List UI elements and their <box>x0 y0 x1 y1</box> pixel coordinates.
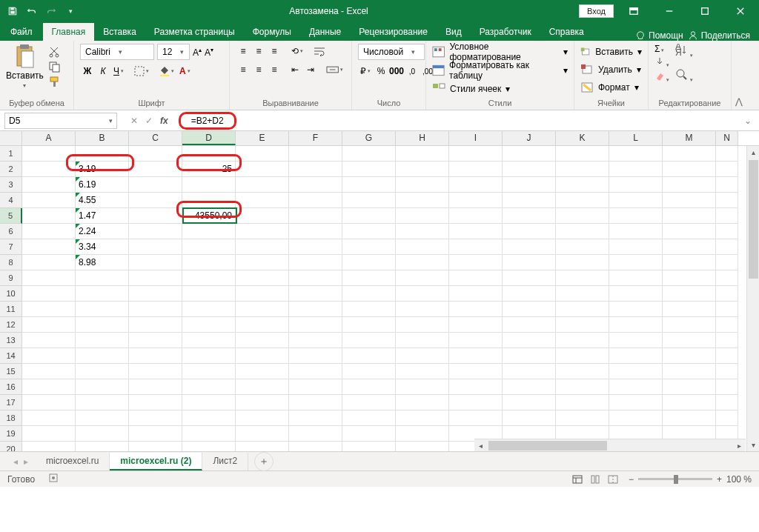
cell[interactable] <box>236 379 289 395</box>
tab-layout[interactable]: Разметка страницы <box>145 23 244 41</box>
cell[interactable] <box>449 208 503 224</box>
cell[interactable] <box>22 208 76 224</box>
cell[interactable] <box>663 333 716 348</box>
cell[interactable] <box>236 410 289 426</box>
number-format-combo[interactable]: Числовой▾ <box>358 44 425 60</box>
cell[interactable] <box>182 333 236 348</box>
cell[interactable] <box>129 395 182 410</box>
cell[interactable] <box>342 239 396 255</box>
horizontal-scrollbar[interactable]: ◂▸ <box>474 439 746 451</box>
cell[interactable] <box>716 317 738 333</box>
cell[interactable] <box>556 146 609 162</box>
cell[interactable] <box>609 239 663 255</box>
cell[interactable] <box>609 177 663 193</box>
cell[interactable] <box>289 333 342 348</box>
cancel-formula-icon[interactable]: ✕ <box>130 116 138 126</box>
cell[interactable] <box>556 208 609 224</box>
cell[interactable] <box>609 146 663 162</box>
tell-me[interactable]: Помощн <box>635 30 683 41</box>
cell[interactable] <box>716 410 738 426</box>
cell[interactable] <box>449 379 503 395</box>
cell[interactable] <box>289 317 342 333</box>
cell[interactable] <box>503 317 556 333</box>
sort-filter-icon[interactable]: AЯ▾ <box>675 44 693 59</box>
align-bottom-icon[interactable]: ≡ <box>267 44 282 59</box>
enter-formula-icon[interactable]: ✓ <box>145 116 153 126</box>
cell[interactable] <box>663 255 716 270</box>
row-header[interactable]: 11 <box>0 302 22 317</box>
cell[interactable] <box>289 177 342 193</box>
cell[interactable] <box>76 410 129 426</box>
tab-developer[interactable]: Разработчик <box>471 23 540 41</box>
cell[interactable] <box>129 146 182 162</box>
col-header[interactable]: L <box>609 131 663 145</box>
cell[interactable]: 6.19 <box>76 177 129 193</box>
cell[interactable] <box>663 302 716 317</box>
cell[interactable] <box>236 270 289 286</box>
find-select-icon[interactable]: ▾ <box>675 68 693 84</box>
cell[interactable] <box>236 208 289 224</box>
cell[interactable] <box>396 162 449 177</box>
col-header[interactable]: F <box>289 131 342 145</box>
cell[interactable] <box>22 224 76 239</box>
cell[interactable] <box>716 208 738 224</box>
cell[interactable] <box>342 395 396 410</box>
cell[interactable] <box>556 286 609 302</box>
cell[interactable] <box>289 224 342 239</box>
cell[interactable] <box>503 410 556 426</box>
cell[interactable] <box>289 302 342 317</box>
formula-input[interactable]: =B2+D2 <box>191 116 224 126</box>
fill-color-button[interactable]: ▾ <box>157 64 176 79</box>
cell[interactable] <box>609 224 663 239</box>
cell[interactable] <box>503 395 556 410</box>
cell[interactable] <box>449 364 503 379</box>
cell[interactable] <box>449 395 503 410</box>
cell[interactable] <box>182 239 236 255</box>
cell[interactable] <box>716 177 738 193</box>
cell[interactable] <box>663 410 716 426</box>
cell[interactable] <box>663 162 716 177</box>
customize-qat-icon[interactable]: ▾ <box>62 3 79 19</box>
cell[interactable] <box>236 442 289 451</box>
cell[interactable] <box>609 193 663 208</box>
col-header[interactable]: C <box>129 131 182 145</box>
cell[interactable] <box>396 177 449 193</box>
cell[interactable] <box>342 208 396 224</box>
maximize-icon[interactable] <box>689 0 720 22</box>
cell[interactable] <box>663 177 716 193</box>
cell[interactable] <box>289 239 342 255</box>
row-header[interactable]: 20 <box>0 442 22 451</box>
cell[interactable] <box>22 364 76 379</box>
cell[interactable] <box>182 379 236 395</box>
cell[interactable] <box>609 302 663 317</box>
cell[interactable] <box>236 162 289 177</box>
cell[interactable] <box>22 286 76 302</box>
cell[interactable] <box>76 146 129 162</box>
cell[interactable] <box>342 193 396 208</box>
cell[interactable] <box>449 193 503 208</box>
cell[interactable] <box>129 426 182 442</box>
cell[interactable] <box>22 426 76 442</box>
cell[interactable]: 25 <box>182 162 236 177</box>
cell[interactable] <box>609 348 663 364</box>
cell[interactable] <box>236 239 289 255</box>
underline-button[interactable]: Ч▾ <box>111 64 126 79</box>
cell[interactable] <box>663 146 716 162</box>
cell[interactable] <box>663 208 716 224</box>
cell[interactable] <box>289 162 342 177</box>
row-header[interactable]: 13 <box>0 333 22 348</box>
save-icon[interactable] <box>4 3 21 19</box>
cell[interactable] <box>22 395 76 410</box>
cell[interactable] <box>342 410 396 426</box>
row-header[interactable]: 9 <box>0 270 22 286</box>
cell[interactable] <box>22 162 76 177</box>
fill-icon[interactable]: ▾ <box>654 56 669 69</box>
cell[interactable] <box>609 364 663 379</box>
cell[interactable] <box>609 255 663 270</box>
cell[interactable] <box>609 379 663 395</box>
col-header[interactable]: N <box>716 131 738 145</box>
cell[interactable] <box>76 364 129 379</box>
cell[interactable] <box>182 302 236 317</box>
col-header[interactable]: A <box>22 131 76 145</box>
cell[interactable] <box>449 286 503 302</box>
